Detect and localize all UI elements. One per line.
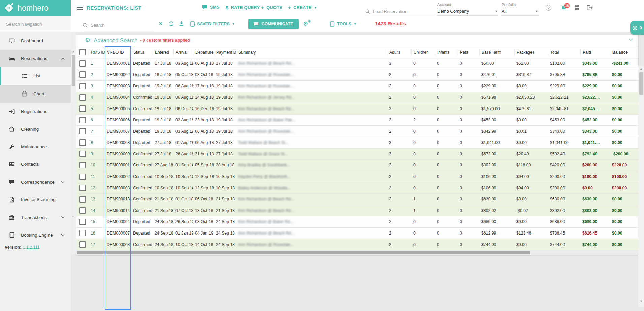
advanced-search-bar[interactable]: ⚙ Advanced Search - 0 custom filters app… [76,35,638,46]
rms-id-cell[interactable]: 8 [89,140,105,145]
row-checkbox[interactable] [79,83,86,89]
homhero-logo[interactable]: homhero [0,0,71,16]
column-header-entered[interactable]: Entered [153,49,173,56]
sidebar-item-transactions[interactable]: Transactions [0,209,71,226]
table-row[interactable]: 9 DEM900009 Confirmed 27 Jul 18 26 Aug 1… [76,149,638,160]
column-header-balance[interactable]: Balance [610,49,638,56]
sidebar-item-dashboard[interactable]: Dashboard [0,32,71,50]
sms-button[interactable]: SMS [202,5,220,10]
column-header-packages[interactable]: Packages [514,49,548,56]
sidebar-item-list[interactable]: List [0,67,71,85]
column-header-children[interactable]: Children [411,49,435,56]
row-checkbox[interactable] [79,241,86,248]
row-checkbox[interactable] [79,174,86,180]
table-row[interactable]: 3 DEM900003 Departed 19 Jul 18 06 Aug 18… [76,81,638,92]
scroll-up-arrow-icon[interactable]: ▲ [72,50,75,53]
row-checkbox[interactable] [79,207,86,214]
row-checkbox[interactable] [79,230,86,236]
select-all-checkbox[interactable] [79,49,86,55]
table-row[interactable]: 12 DEM000003 Confirmed 10 Sep 18 10 Sep … [76,182,638,194]
vertical-scrollbar[interactable]: ▲ ▼ [638,66,644,307]
column-header-pets[interactable]: Pets [458,49,479,56]
table-row[interactable]: 5 DEM900005 Confirmed 19 Jul 18 06 Dec 1… [76,103,638,115]
column-header-total[interactable]: Total [548,49,580,56]
scrollbar-thumb[interactable] [77,251,530,254]
rms-id-cell[interactable]: 5 [89,106,105,111]
help-icon[interactable]: ? [546,5,551,11]
row-checkbox[interactable] [79,196,86,203]
sidebar-item-maintenance[interactable]: Maintenance [0,138,71,155]
rms-id-cell[interactable]: 3 [89,84,105,88]
table-row[interactable]: 11 DEM000002 Confirmed 10 Sep 18 10 Sep … [76,171,638,183]
rms-id-cell[interactable]: 9 [89,152,105,156]
rms-id-cell[interactable]: 15 [89,219,105,224]
column-header-summary[interactable]: Summary [236,49,387,56]
table-row[interactable]: 8 DEM900008 Departed 27 Jul 18 01 Aug 18… [76,137,638,149]
communicate-button[interactable]: COMMUNICATE [248,19,299,29]
floating-target-chip[interactable]: 0 [630,21,644,35]
download-icon[interactable] [179,21,184,26]
table-row[interactable]: 6 DEM900006 Departed 19 Jul 18 03 Aug 18… [76,115,638,126]
rms-id-cell[interactable]: 2 [89,72,105,77]
row-checkbox[interactable] [79,151,86,157]
quote-button[interactable]: + QUOTE [261,5,282,10]
sidebar-item-registrations[interactable]: Registrations [0,103,71,120]
clear-search-icon[interactable]: ✕ [158,21,163,27]
sidebar-search-input[interactable] [5,21,67,27]
logout-icon[interactable] [587,5,593,10]
sidebar-item-cleaning[interactable]: Cleaning [0,120,71,138]
table-row[interactable]: 17 DEM000008 Confirmed 24 Sep 18 10 Oct … [76,239,638,250]
row-checkbox[interactable] [79,71,86,78]
rms-id-cell[interactable]: 11 [89,174,105,179]
row-checkbox[interactable] [79,139,86,146]
chevron-down-icon[interactable] [629,38,633,41]
rms-id-cell[interactable]: 6 [89,118,105,122]
rms-id-cell[interactable]: 12 [89,186,105,190]
sidebar-item-reservations[interactable]: Reservations [0,50,71,67]
row-checkbox[interactable] [79,117,86,123]
scrollbar-thumb[interactable] [639,72,643,95]
table-row[interactable]: 7 DEM900007 Departed 19 Jul 18 03 Aug 18… [76,126,638,137]
row-checkbox[interactable] [79,162,86,168]
row-checkbox[interactable] [79,105,86,112]
column-header-vrbo-id[interactable]: VRBO ID [105,49,131,56]
column-header-paid[interactable]: Paid [580,49,610,56]
table-row[interactable]: 14 DEM900014 Confirmed 21 Sep 18 07 Oct … [76,205,638,217]
rms-id-cell[interactable]: 1 [89,61,105,66]
sidebar-item-invoice-scanning[interactable]: Invoice Scanning [0,191,71,209]
hamburger-menu-icon[interactable] [77,6,83,11]
table-row[interactable]: 2 DEM900002 Departed 19 Jul 18 05 Oct 18… [76,69,638,81]
column-header-status[interactable]: Status [131,49,153,56]
horizontal-scrollbar[interactable] [76,250,638,255]
row-checkbox[interactable] [79,128,86,134]
rms-id-cell[interactable]: 14 [89,208,105,213]
sidebar-item-chart[interactable]: Chart [0,85,71,102]
table-row[interactable]: 16 DEM000007 Departed 24 Sep 18 01 Jan 1… [76,228,638,239]
apps-grid-icon[interactable] [574,5,580,10]
sidebar-scrollbar[interactable]: ▲ ⌄ [71,32,76,254]
saved-filters-button[interactable]: SAVED FILTERS ▼ [190,21,235,27]
load-reservation-input[interactable] [372,9,427,14]
row-checkbox[interactable] [79,219,86,225]
column-header-arrival[interactable]: Arrival [173,49,193,56]
column-header-infants[interactable]: Infants [435,49,458,56]
rms-id-cell[interactable]: 4 [89,95,105,100]
column-header-rms-id[interactable]: RMS ID↑ [89,49,105,56]
rms-id-cell[interactable]: 10 [89,163,105,167]
portfolio-dropdown[interactable]: All ▼ [502,7,539,16]
create-button[interactable]: + CREATE ▼ [288,5,317,10]
row-checkbox[interactable] [79,94,86,101]
refresh-icon[interactable] [168,21,174,27]
scroll-down-arrow-icon[interactable]: ▼ [640,300,643,303]
notifications-bell-icon[interactable]: 16 [561,5,567,11]
row-checkbox[interactable] [79,60,86,67]
table-row[interactable]: 1 DEM900001 Departed 17 Jul 18 03 Aug 18… [76,58,638,69]
rms-id-cell[interactable]: 13 [89,197,105,201]
scrollbar-thumb[interactable] [72,55,75,86]
search-input[interactable] [90,22,149,28]
table-row[interactable]: 4 DEM900004 Confirmed 19 Jul 18 06 Aug 1… [76,92,638,103]
chevron-down-icon[interactable]: ⌄ [71,214,74,218]
sidebar-item-contacts[interactable]: Contacts [0,156,71,173]
column-header-base-tariff[interactable]: Base Tariff [479,49,514,56]
sidebar-item-correspondence[interactable]: Correspondence [0,173,71,191]
